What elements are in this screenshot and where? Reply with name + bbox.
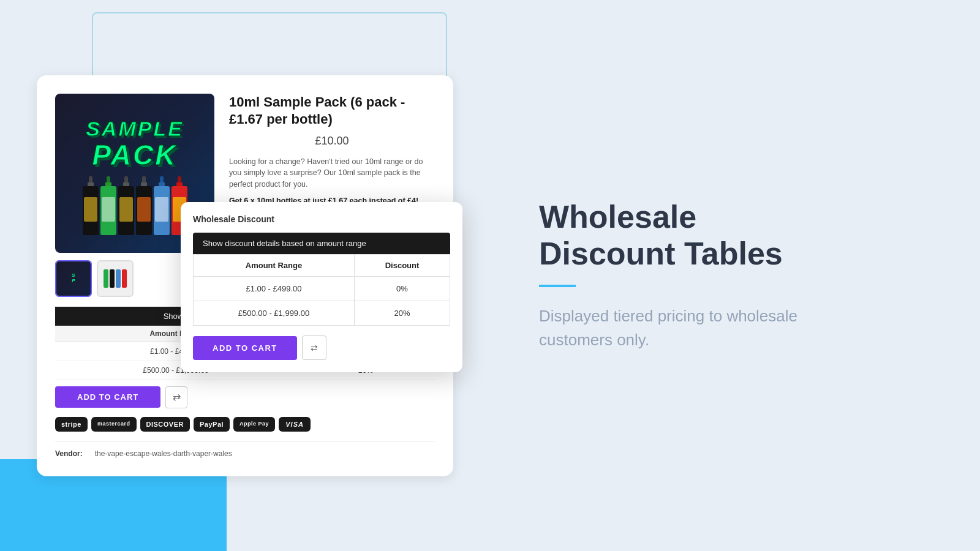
product-desc-1: Looking for a change? Haven't tried our … bbox=[229, 156, 435, 190]
bottle-3 bbox=[118, 176, 134, 235]
modal-action-row: ADD TO CART ⇄ bbox=[193, 335, 450, 360]
mastercard-icon: mastercard bbox=[91, 417, 137, 432]
bottle-4 bbox=[136, 176, 152, 235]
applepay-icon: Apple Pay bbox=[233, 417, 275, 432]
bottle-2 bbox=[100, 176, 116, 235]
compare-icon: ⇄ bbox=[173, 391, 181, 403]
discover-icon: DISCOVER bbox=[140, 417, 190, 432]
modal-col-range: Amount Range bbox=[194, 255, 355, 277]
product-price: £10.00 bbox=[229, 135, 435, 148]
modal-col-discount: Discount bbox=[354, 255, 450, 277]
vendor-row: Vendor: the-vape-escape-wales-darth-vape… bbox=[55, 441, 435, 458]
thumbnail-1[interactable]: SP bbox=[55, 260, 92, 297]
right-divider bbox=[539, 285, 576, 287]
thumbnail-2[interactable] bbox=[97, 260, 134, 297]
bg-add-to-cart-button[interactable]: ADD TO CART bbox=[55, 386, 160, 408]
modal-discount-table: Amount Range Discount £1.00 - £499.00 0%… bbox=[193, 254, 450, 326]
right-subtitle: Displayed tiered pricing to wholesale cu… bbox=[539, 304, 845, 352]
wholesale-discount-modal: Wholesale Discount Show discount details… bbox=[181, 202, 462, 372]
modal-compare-button[interactable]: ⇄ bbox=[302, 335, 326, 360]
modal-range-1: £1.00 - £499.00 bbox=[194, 277, 355, 301]
right-panel: Wholesale Discount Tables Displayed tier… bbox=[490, 0, 980, 551]
modal-table-row-2: £500.00 - £1,999.00 20% bbox=[194, 301, 450, 326]
modal-table-row-1: £1.00 - £499.00 0% bbox=[194, 277, 450, 301]
modal-add-to-cart-button[interactable]: ADD TO CART bbox=[193, 336, 297, 360]
product-title: 10ml Sample Pack (6 pack - £1.67 per bot… bbox=[229, 94, 435, 129]
sample-text: SAMPLE bbox=[86, 117, 184, 141]
paypal-icon: PayPal bbox=[194, 417, 230, 432]
modal-compare-icon: ⇄ bbox=[311, 343, 318, 353]
bg-compare-button[interactable]: ⇄ bbox=[165, 386, 187, 408]
bg-action-row: ADD TO CART ⇄ bbox=[55, 386, 435, 408]
modal-range-2: £500.00 - £1,999.00 bbox=[194, 301, 355, 326]
modal-discount-header: Show discount details based on amount ra… bbox=[193, 233, 450, 254]
left-panel: SAMPLE PACK bbox=[0, 0, 490, 551]
right-title: Wholesale Discount Tables bbox=[539, 199, 931, 272]
pack-text: PACK bbox=[92, 138, 178, 171]
vendor-label: Vendor: bbox=[55, 449, 83, 458]
visa-icon: VISA bbox=[279, 417, 311, 432]
bottle-1 bbox=[83, 176, 99, 235]
bottle-5 bbox=[154, 176, 170, 235]
modal-title: Wholesale Discount bbox=[193, 214, 450, 224]
vendor-value: the-vape-escape-wales-darth-vaper-wales bbox=[95, 449, 232, 458]
vape-bottles-row bbox=[83, 176, 187, 235]
stripe-icon: stripe bbox=[55, 417, 88, 432]
payment-icons-row: stripe mastercard DISCOVER PayPal Apple … bbox=[55, 417, 435, 432]
modal-discount-2: 20% bbox=[354, 301, 450, 326]
modal-discount-1: 0% bbox=[354, 277, 450, 301]
